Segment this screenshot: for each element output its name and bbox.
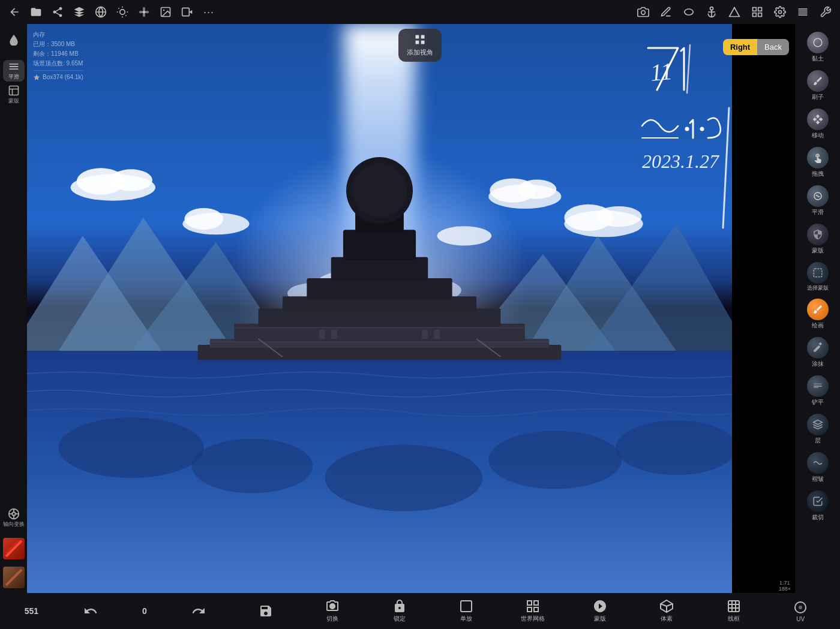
redo-button[interactable]: [184, 604, 214, 618]
right-panel: 黏土 刷子 移动 拖拽 平滑 蒙版 选择蒙版: [795, 24, 840, 593]
svg-point-10: [143, 13, 145, 17]
image-icon[interactable]: [156, 2, 175, 22]
smooth-left-tool[interactable]: 平滑: [3, 60, 25, 82]
svg-rect-59: [198, 345, 562, 360]
more-dots-icon[interactable]: ···: [199, 2, 218, 22]
smear-right-tool[interactable]: 涂抹: [798, 334, 837, 371]
mask-bottom-button[interactable]: 蒙版: [585, 599, 615, 623]
svg-rect-72: [319, 330, 325, 339]
wireframe-button[interactable]: 线框: [719, 599, 749, 623]
redo-counter: 0: [142, 606, 147, 616]
flower-icon[interactable]: [134, 2, 154, 22]
folder-icon[interactable]: [26, 2, 46, 22]
svg-marker-49: [131, 242, 289, 351]
triangle-top-icon[interactable]: [725, 2, 744, 22]
drag-right-tool[interactable]: 拖拽: [798, 144, 837, 181]
single-button[interactable]: 单放: [451, 599, 481, 623]
curve-top-icon[interactable]: [679, 2, 698, 22]
svg-marker-50: [464, 254, 616, 351]
svg-point-1: [120, 10, 125, 14]
layers-stack-icon[interactable]: [70, 2, 89, 22]
view-back-button[interactable]: Back: [757, 39, 789, 55]
svg-rect-24: [753, 13, 757, 17]
globe-icon[interactable]: [91, 2, 110, 22]
camera-top-icon[interactable]: [634, 2, 653, 22]
svg-point-43: [316, 271, 382, 297]
menu-top-icon[interactable]: [793, 2, 812, 22]
svg-rect-63: [283, 296, 476, 311]
top-toolbar-right: [634, 2, 835, 22]
voxel-button[interactable]: 体素: [652, 599, 682, 623]
top-toolbar: ···: [0, 0, 840, 24]
mask-left-tool[interactable]: 蒙版: [3, 84, 25, 106]
light-beam: [344, 24, 416, 593]
svg-rect-111: [728, 601, 739, 612]
svg-point-90: [12, 512, 16, 516]
svg-point-26: [779, 11, 782, 14]
switch-button[interactable]: 切换: [317, 599, 347, 623]
paint-right-tool[interactable]: 绘画: [798, 296, 837, 333]
svg-rect-15: [182, 8, 190, 16]
svg-rect-103: [527, 601, 532, 605]
undo-button[interactable]: [76, 604, 106, 618]
svg-rect-81: [416, 41, 419, 44]
flatten-right-tool[interactable]: 铲平: [798, 372, 837, 410]
svg-point-35: [184, 208, 223, 230]
svg-rect-53: [27, 351, 732, 593]
share-icon[interactable]: [48, 2, 67, 22]
lock-button[interactable]: 锁定: [385, 599, 415, 623]
svg-point-14: [163, 10, 165, 11]
svg-line-95: [6, 541, 22, 556]
svg-point-58: [616, 420, 732, 475]
svg-point-31: [71, 174, 155, 200]
svg-point-11: [139, 11, 143, 13]
cut-right-tool[interactable]: 裁切: [798, 487, 837, 525]
svg-point-34: [182, 213, 249, 234]
svg-point-40: [564, 204, 613, 231]
move-right-tool[interactable]: 移动: [798, 106, 837, 143]
brush-right-tool[interactable]: 刷子: [798, 67, 837, 104]
view-selector: Right Back: [723, 39, 789, 55]
svg-point-37: [490, 178, 536, 202]
axis-transform-tool[interactable]: 轴向变换: [3, 507, 25, 528]
svg-point-42: [437, 226, 491, 245]
svg-marker-21: [730, 8, 740, 17]
svg-rect-105: [527, 607, 532, 612]
svg-point-56: [325, 445, 482, 511]
clay-right-tool[interactable]: 黏土: [798, 29, 837, 66]
droplet-icon[interactable]: [3, 29, 25, 50]
svg-point-12: [145, 11, 149, 13]
uv-button[interactable]: UV: [785, 600, 815, 622]
save-button[interactable]: [251, 604, 281, 618]
brush-preview-1[interactable]: [3, 538, 25, 559]
anchor-top-icon[interactable]: [702, 2, 721, 22]
svg-line-5: [125, 15, 126, 16]
svg-rect-99: [814, 269, 822, 277]
svg-rect-80: [421, 35, 425, 39]
crease-right-tool[interactable]: 褶皱: [798, 449, 837, 486]
svg-point-46: [287, 283, 338, 303]
svg-rect-74: [422, 330, 428, 339]
svg-point-33: [110, 169, 152, 191]
stack-top-icon[interactable]: [748, 2, 767, 22]
video-icon[interactable]: [178, 2, 197, 22]
svg-rect-23: [758, 8, 762, 11]
world-grid-button[interactable]: 世界网格: [518, 599, 548, 623]
mask-right-tool[interactable]: 蒙版: [798, 221, 837, 258]
svg-marker-51: [525, 236, 676, 351]
add-viewpoint-button[interactable]: 添加视角: [398, 29, 442, 62]
sun-icon[interactable]: [113, 2, 132, 22]
smooth-right-tool[interactable]: 平滑: [798, 182, 837, 219]
svg-point-38: [518, 179, 557, 198]
back-icon[interactable]: [5, 2, 24, 22]
svg-point-18: [710, 7, 713, 10]
wrench-top-icon[interactable]: [816, 2, 835, 22]
brush-preview-2[interactable]: [3, 567, 25, 588]
pen-top-icon[interactable]: [656, 2, 676, 22]
select-mask-right-tool[interactable]: 选择蒙版: [798, 259, 837, 294]
svg-rect-87: [9, 66, 18, 67]
view-right-button[interactable]: Right: [723, 39, 757, 55]
gear-top-icon[interactable]: [770, 2, 790, 22]
layer-right-tool[interactable]: 层: [798, 411, 837, 448]
svg-marker-52: [586, 224, 732, 351]
